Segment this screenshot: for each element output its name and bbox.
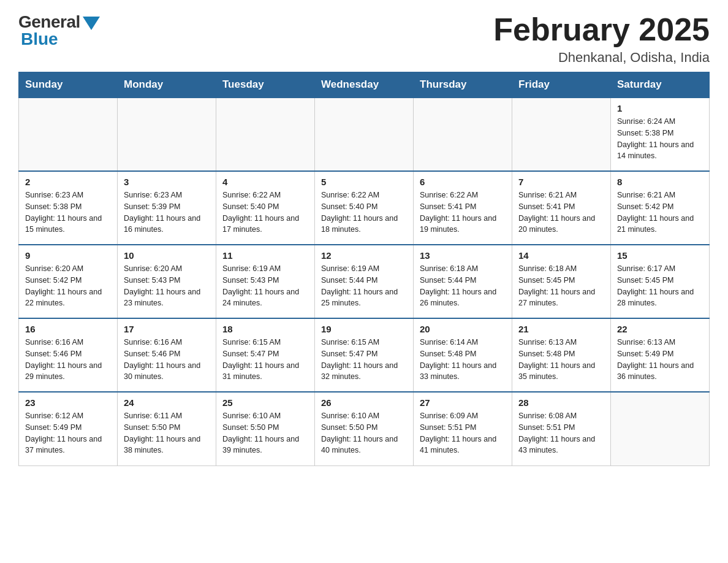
- day-number: 3: [124, 177, 210, 187]
- day-info: Sunrise: 6:11 AMSunset: 5:50 PMDaylight:…: [124, 410, 210, 456]
- day-number: 2: [25, 177, 111, 187]
- day-info: Sunrise: 6:16 AMSunset: 5:46 PMDaylight:…: [25, 337, 111, 383]
- calendar-cell: [414, 98, 512, 171]
- header-day-friday: Friday: [512, 72, 611, 98]
- day-number: 17: [124, 324, 210, 334]
- day-number: 24: [124, 397, 210, 408]
- day-info: Sunrise: 6:23 AMSunset: 5:39 PMDaylight:…: [124, 190, 210, 236]
- day-number: 11: [222, 250, 308, 261]
- day-number: 12: [321, 250, 407, 261]
- calendar-cell: 4Sunrise: 6:22 AMSunset: 5:40 PMDaylight…: [216, 171, 315, 245]
- day-info: Sunrise: 6:10 AMSunset: 5:50 PMDaylight:…: [321, 410, 407, 456]
- calendar-cell: 19Sunrise: 6:15 AMSunset: 5:47 PMDayligh…: [315, 318, 414, 392]
- day-info: Sunrise: 6:15 AMSunset: 5:47 PMDaylight:…: [321, 337, 407, 383]
- day-info: Sunrise: 6:13 AMSunset: 5:49 PMDaylight:…: [617, 337, 703, 383]
- day-info: Sunrise: 6:18 AMSunset: 5:45 PMDaylight:…: [518, 263, 604, 309]
- day-info: Sunrise: 6:14 AMSunset: 5:48 PMDaylight:…: [420, 337, 506, 383]
- calendar-cell: [512, 98, 611, 171]
- calendar-cell: 6Sunrise: 6:22 AMSunset: 5:41 PMDaylight…: [414, 171, 512, 245]
- logo-blue-text: Blue: [21, 29, 58, 49]
- week-row-2: 2Sunrise: 6:23 AMSunset: 5:38 PMDaylight…: [19, 171, 710, 245]
- day-info: Sunrise: 6:10 AMSunset: 5:50 PMDaylight:…: [222, 410, 308, 456]
- day-number: 8: [617, 177, 703, 187]
- calendar-cell: 5Sunrise: 6:22 AMSunset: 5:40 PMDaylight…: [315, 171, 414, 245]
- day-number: 7: [518, 177, 604, 187]
- day-number: 25: [222, 397, 308, 408]
- day-number: 26: [321, 397, 407, 408]
- day-info: Sunrise: 6:22 AMSunset: 5:40 PMDaylight:…: [321, 190, 407, 236]
- calendar-cell: 10Sunrise: 6:20 AMSunset: 5:43 PMDayligh…: [118, 245, 216, 318]
- calendar-cell: 7Sunrise: 6:21 AMSunset: 5:41 PMDaylight…: [512, 171, 611, 245]
- calendar-cell: 21Sunrise: 6:13 AMSunset: 5:48 PMDayligh…: [512, 318, 611, 392]
- title-block: February 2025 Dhenkanal, Odisha, India: [493, 12, 710, 66]
- calendar-subtitle: Dhenkanal, Odisha, India: [493, 50, 710, 66]
- calendar-cell: 2Sunrise: 6:23 AMSunset: 5:38 PMDaylight…: [19, 171, 118, 245]
- day-number: 20: [420, 324, 506, 334]
- day-info: Sunrise: 6:22 AMSunset: 5:41 PMDaylight:…: [420, 190, 506, 236]
- day-info: Sunrise: 6:08 AMSunset: 5:51 PMDaylight:…: [518, 410, 604, 456]
- calendar-cell: 23Sunrise: 6:12 AMSunset: 5:49 PMDayligh…: [19, 392, 118, 465]
- calendar-cell: [19, 98, 118, 171]
- day-number: 15: [617, 250, 703, 261]
- day-number: 27: [420, 397, 506, 408]
- calendar-cell: 26Sunrise: 6:10 AMSunset: 5:50 PMDayligh…: [315, 392, 414, 465]
- day-info: Sunrise: 6:21 AMSunset: 5:41 PMDaylight:…: [518, 190, 604, 236]
- calendar-cell: 12Sunrise: 6:19 AMSunset: 5:44 PMDayligh…: [315, 245, 414, 318]
- calendar-cell: 15Sunrise: 6:17 AMSunset: 5:45 PMDayligh…: [611, 245, 710, 318]
- calendar-cell: 24Sunrise: 6:11 AMSunset: 5:50 PMDayligh…: [118, 392, 216, 465]
- day-info: Sunrise: 6:19 AMSunset: 5:44 PMDaylight:…: [321, 263, 407, 309]
- day-number: 19: [321, 324, 407, 334]
- calendar-cell: 1Sunrise: 6:24 AMSunset: 5:38 PMDaylight…: [611, 98, 710, 171]
- logo: General Blue: [18, 12, 100, 49]
- day-info: Sunrise: 6:20 AMSunset: 5:42 PMDaylight:…: [25, 263, 111, 309]
- day-info: Sunrise: 6:22 AMSunset: 5:40 PMDaylight:…: [222, 190, 308, 236]
- calendar-cell: 25Sunrise: 6:10 AMSunset: 5:50 PMDayligh…: [216, 392, 315, 465]
- day-info: Sunrise: 6:21 AMSunset: 5:42 PMDaylight:…: [617, 190, 703, 236]
- header-day-saturday: Saturday: [611, 72, 710, 98]
- day-number: 23: [25, 397, 111, 408]
- week-row-5: 23Sunrise: 6:12 AMSunset: 5:49 PMDayligh…: [19, 392, 710, 465]
- calendar-cell: 20Sunrise: 6:14 AMSunset: 5:48 PMDayligh…: [414, 318, 512, 392]
- page-header: General Blue February 2025 Dhenkanal, Od…: [18, 12, 710, 66]
- calendar-cell: 13Sunrise: 6:18 AMSunset: 5:44 PMDayligh…: [414, 245, 512, 318]
- day-number: 6: [420, 177, 506, 187]
- header-row: SundayMondayTuesdayWednesdayThursdayFrid…: [19, 72, 710, 98]
- calendar-header: SundayMondayTuesdayWednesdayThursdayFrid…: [19, 72, 710, 98]
- day-number: 21: [518, 324, 604, 334]
- day-info: Sunrise: 6:19 AMSunset: 5:43 PMDaylight:…: [222, 263, 308, 309]
- day-info: Sunrise: 6:20 AMSunset: 5:43 PMDaylight:…: [124, 263, 210, 309]
- header-day-tuesday: Tuesday: [216, 72, 315, 98]
- calendar-cell: [315, 98, 414, 171]
- day-number: 1: [617, 103, 703, 113]
- day-number: 10: [124, 250, 210, 261]
- day-number: 13: [420, 250, 506, 261]
- calendar-cell: 14Sunrise: 6:18 AMSunset: 5:45 PMDayligh…: [512, 245, 611, 318]
- calendar-body: 1Sunrise: 6:24 AMSunset: 5:38 PMDaylight…: [19, 98, 710, 465]
- day-number: 4: [222, 177, 308, 187]
- day-info: Sunrise: 6:18 AMSunset: 5:44 PMDaylight:…: [420, 263, 506, 309]
- calendar-cell: 9Sunrise: 6:20 AMSunset: 5:42 PMDaylight…: [19, 245, 118, 318]
- week-row-3: 9Sunrise: 6:20 AMSunset: 5:42 PMDaylight…: [19, 245, 710, 318]
- calendar-cell: 27Sunrise: 6:09 AMSunset: 5:51 PMDayligh…: [414, 392, 512, 465]
- day-number: 18: [222, 324, 308, 334]
- day-info: Sunrise: 6:23 AMSunset: 5:38 PMDaylight:…: [25, 190, 111, 236]
- week-row-4: 16Sunrise: 6:16 AMSunset: 5:46 PMDayligh…: [19, 318, 710, 392]
- day-info: Sunrise: 6:17 AMSunset: 5:45 PMDaylight:…: [617, 263, 703, 309]
- day-number: 9: [25, 250, 111, 261]
- calendar-cell: 16Sunrise: 6:16 AMSunset: 5:46 PMDayligh…: [19, 318, 118, 392]
- day-info: Sunrise: 6:15 AMSunset: 5:47 PMDaylight:…: [222, 337, 308, 383]
- calendar-cell: 11Sunrise: 6:19 AMSunset: 5:43 PMDayligh…: [216, 245, 315, 318]
- header-day-thursday: Thursday: [414, 72, 512, 98]
- calendar-cell: [216, 98, 315, 171]
- week-row-1: 1Sunrise: 6:24 AMSunset: 5:38 PMDaylight…: [19, 98, 710, 171]
- calendar-cell: 28Sunrise: 6:08 AMSunset: 5:51 PMDayligh…: [512, 392, 611, 465]
- day-info: Sunrise: 6:16 AMSunset: 5:46 PMDaylight:…: [124, 337, 210, 383]
- day-info: Sunrise: 6:24 AMSunset: 5:38 PMDaylight:…: [617, 116, 703, 162]
- calendar-cell: 3Sunrise: 6:23 AMSunset: 5:39 PMDaylight…: [118, 171, 216, 245]
- day-number: 5: [321, 177, 407, 187]
- day-info: Sunrise: 6:13 AMSunset: 5:48 PMDaylight:…: [518, 337, 604, 383]
- day-info: Sunrise: 6:12 AMSunset: 5:49 PMDaylight:…: [25, 410, 111, 456]
- header-day-wednesday: Wednesday: [315, 72, 414, 98]
- calendar-title: February 2025: [493, 12, 710, 47]
- calendar-cell: 18Sunrise: 6:15 AMSunset: 5:47 PMDayligh…: [216, 318, 315, 392]
